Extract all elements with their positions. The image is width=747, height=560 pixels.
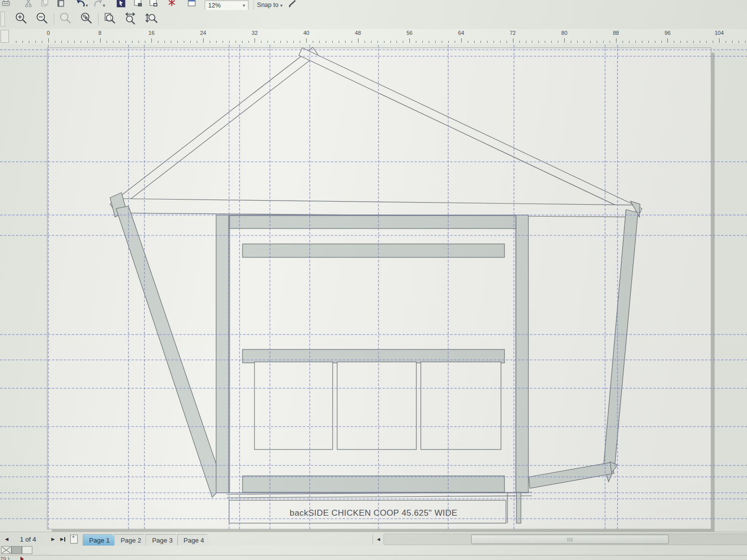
- ruler[interactable]: 081624324048566472808896104: [0, 29, 747, 44]
- standard-toolbar: ▾ ▾ 12% ▾: [0, 0, 747, 10]
- middle-rail[interactable]: [243, 349, 504, 363]
- next-page-button[interactable]: ▶: [51, 532, 55, 546]
- ruler-number: 72: [509, 30, 515, 36]
- add-page-button[interactable]: [70, 532, 78, 546]
- scrollbar-thumb[interactable]: [471, 535, 669, 544]
- window-panel-3[interactable]: [421, 362, 501, 449]
- window-panel-1[interactable]: [254, 362, 333, 449]
- top-rail[interactable]: [230, 216, 516, 228]
- ruler-number: 88: [613, 30, 619, 36]
- ruler-tick: [551, 41, 552, 43]
- ruler-tick: [693, 41, 694, 43]
- import-icon[interactable]: [116, 0, 126, 9]
- ruler-tick: [377, 41, 378, 43]
- outline-pen-icon[interactable]: [287, 0, 297, 9]
- redo-icon[interactable]: [93, 0, 103, 9]
- ruler-tick: [306, 38, 307, 43]
- ruler-tick: [396, 41, 397, 43]
- zoom-to-page-icon[interactable]: [103, 11, 118, 26]
- ruler-tick: [642, 41, 642, 43]
- zoom-in-icon[interactable]: [14, 11, 29, 26]
- no-color-swatch[interactable]: [1, 546, 11, 554]
- ruler-tick: [442, 41, 442, 43]
- ruler-tick: [655, 41, 655, 43]
- ruler-tick: [113, 41, 114, 43]
- ruler-tick: [732, 41, 733, 43]
- zoom-to-page-width-icon[interactable]: [124, 11, 138, 26]
- application-window: ▾ ▾ 12% ▾: [0, 0, 747, 560]
- zoom-out-icon[interactable]: [35, 11, 50, 26]
- ruler-tick: [726, 41, 726, 43]
- left-stud[interactable]: [216, 215, 229, 493]
- ruler-number: 8: [99, 30, 102, 36]
- ruler-number: 104: [715, 30, 724, 36]
- ruler-tick: [403, 41, 403, 43]
- toolbar-divider: [98, 13, 99, 25]
- undo-icon[interactable]: [76, 0, 86, 9]
- ruler-tick: [197, 41, 197, 43]
- tab-page-3[interactable]: Page 3: [145, 534, 180, 546]
- ruler-tick: [739, 41, 739, 43]
- scrollbar-grip-icon: [568, 538, 568, 542]
- ruler-number: 96: [664, 30, 670, 36]
- bottom-rail[interactable]: [243, 476, 504, 492]
- tab-page-4[interactable]: Page 4: [177, 534, 212, 546]
- ruler-tick: [210, 41, 210, 43]
- ruler-tick: [564, 38, 565, 43]
- printer-icon[interactable]: [1, 0, 11, 9]
- ruler-tick: [345, 41, 346, 43]
- red-pin-icon[interactable]: [167, 0, 177, 9]
- right-stud[interactable]: [516, 215, 528, 493]
- ruler-tick: [571, 41, 571, 43]
- ruler-tick: [242, 41, 243, 43]
- export-icon[interactable]: [133, 0, 143, 9]
- window-panel-2[interactable]: [337, 362, 416, 449]
- ruler-tick: [487, 41, 488, 43]
- scissors-icon[interactable]: [24, 0, 34, 9]
- ruler-tick: [429, 41, 429, 43]
- drawing-title[interactable]: backSIDE CHICKEN COOP 45.625" WIDE: [290, 508, 458, 518]
- ruler-tick: [293, 41, 294, 43]
- ruler-number: 64: [458, 30, 464, 36]
- paste-icon[interactable]: [56, 0, 66, 9]
- ruler-tick: [16, 41, 16, 43]
- ruler-tick: [339, 41, 339, 43]
- ruler-origin-box[interactable]: [0, 30, 9, 43]
- scroll-left-button[interactable]: ◀: [377, 532, 380, 546]
- drawing-canvas[interactable]: backSIDE CHICKEN COOP 45.625" WIDE: [0, 44, 747, 532]
- zoom-level-combo[interactable]: 12% ▾: [205, 0, 249, 10]
- ruler-tick: [94, 41, 94, 43]
- gray-color-swatch[interactable]: [11, 546, 22, 554]
- ruler-tick: [448, 41, 449, 43]
- ruler-tick: [481, 41, 481, 43]
- copy-icon[interactable]: [40, 0, 50, 9]
- send-icon[interactable]: [149, 0, 159, 9]
- ruler-number: 32: [251, 30, 257, 36]
- ruler-number: 16: [148, 30, 154, 36]
- ruler-tick: [538, 41, 539, 43]
- tab-page-2[interactable]: Page 2: [114, 534, 149, 546]
- zoom-combo-caret-icon[interactable]: ▾: [243, 3, 246, 8]
- application-icon[interactable]: [187, 0, 197, 9]
- redo-dropdown-icon[interactable]: ▾: [103, 3, 106, 8]
- ruler-tick: [274, 41, 274, 43]
- ruler-tick: [661, 41, 662, 43]
- ruler-tick: [506, 41, 507, 43]
- horizontal-scrollbar[interactable]: [383, 534, 747, 545]
- undo-dropdown-icon[interactable]: ▾: [86, 3, 88, 8]
- toolbar-divider: [253, 0, 254, 9]
- first-page-button[interactable]: ◀: [5, 532, 8, 546]
- ruler-tick: [474, 41, 475, 43]
- last-page-button[interactable]: ▶: [60, 532, 65, 546]
- toolbar-drag-handle[interactable]: [0, 11, 5, 26]
- tab-page-1[interactable]: Page 1: [83, 534, 118, 546]
- zoom-to-all-objects-icon[interactable]: [79, 11, 94, 26]
- ruler-tick: [390, 41, 391, 43]
- snap-to-button[interactable]: Snap to ▾: [257, 1, 282, 8]
- zoom-to-page-height-icon[interactable]: [144, 11, 159, 26]
- second-rail[interactable]: [243, 244, 504, 257]
- ruler-tick: [352, 41, 352, 43]
- bottom-palette-strip: 79 ): [0, 546, 747, 560]
- ruler-tick: [358, 38, 359, 43]
- white-color-swatch[interactable]: [22, 546, 32, 554]
